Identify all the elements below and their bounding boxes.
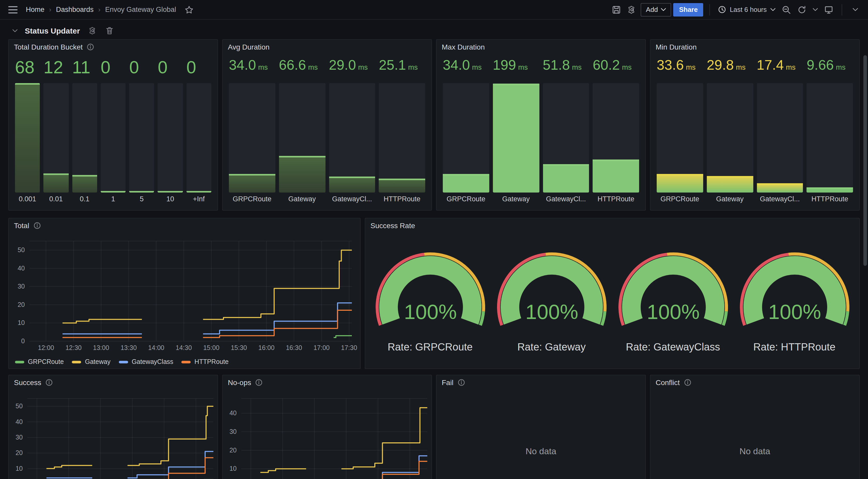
zoom-out-time-icon[interactable]: [780, 3, 793, 16]
tv-mode-icon[interactable]: [822, 3, 835, 16]
bucket-bar-gauge: 680.001120.01110.101050100+Inf: [15, 57, 211, 206]
info-icon[interactable]: [87, 43, 94, 50]
panel-max-duration: Max Duration 34.0msGRPCRoute199msGateway…: [436, 39, 646, 211]
panel-total: Total 12:0012:3013:0013:3014:0014:3015:0…: [8, 218, 361, 369]
bar-0.001: 680.001: [15, 57, 40, 206]
favorite-star-icon[interactable]: [182, 3, 196, 16]
bar-track: [15, 83, 40, 193]
gauge-label: Rate: GatewayClass: [626, 341, 720, 353]
min-bar-gauge: 33.6msGRPCRoute29.8msGateway17.4msGatewa…: [657, 57, 853, 206]
legend-item-Gateway[interactable]: Gateway: [72, 358, 111, 366]
bar-fill: [593, 160, 640, 193]
bar-value: 29.8ms: [707, 57, 753, 83]
bar-0.1: 110.1: [72, 57, 97, 206]
gauge-arc: 100%: [375, 250, 485, 329]
panel-noops: No-ops 12:0013:0014:0015:0016:0017:00102…: [222, 375, 432, 479]
add-button-label: Add: [646, 6, 658, 13]
bar-fill: [329, 177, 375, 193]
bar-track: [44, 83, 69, 193]
bar-fill: [158, 191, 183, 193]
bar-HTTPRoute: 25.1msHTTPRoute: [379, 57, 426, 206]
legend-item-GatewayClass[interactable]: GatewayClass: [119, 358, 173, 366]
svg-text:12:30: 12:30: [65, 344, 82, 351]
success-rate-gauges: 100%Rate: GRPCRoute100%Rate: Gateway100%…: [369, 233, 855, 369]
collapse-nav-chevron[interactable]: [848, 3, 862, 16]
row-collapse-chevron-icon[interactable]: [8, 24, 22, 37]
dashboard-settings-icon[interactable]: [625, 3, 639, 16]
top-nav: Home › Dashboards › Envoy Gateway Global…: [0, 0, 868, 20]
clock-icon: [718, 6, 726, 13]
panel-total-duration-bucket: Total Duration Bucket 680.001120.01110.1…: [8, 39, 218, 211]
svg-text:16:30: 16:30: [286, 344, 302, 351]
refresh-icon[interactable]: [795, 3, 809, 16]
bar-value: 0: [186, 57, 211, 83]
bar-fill: [72, 175, 97, 193]
svg-text:10: 10: [18, 319, 25, 326]
svg-text:40: 40: [229, 409, 237, 416]
breadcrumb-home[interactable]: Home: [26, 6, 44, 13]
bar-label: 0.1: [72, 193, 97, 206]
breadcrumb-dashboards[interactable]: Dashboards: [56, 6, 94, 13]
bar-HTTPRoute: 60.2msHTTPRoute: [593, 57, 640, 206]
svg-text:13:30: 13:30: [121, 344, 137, 351]
bar-Gateway: 29.8msGateway: [707, 57, 753, 206]
bar-fill: [707, 176, 753, 193]
legend-item-HTTPRoute[interactable]: HTTPRoute: [182, 358, 228, 366]
bar-fill: [44, 173, 69, 193]
svg-text:30: 30: [18, 283, 25, 290]
bar-GRPCRoute: 34.0msGRPCRoute: [443, 57, 489, 206]
add-button[interactable]: Add: [641, 3, 671, 16]
bar-1: 01: [101, 57, 126, 206]
chevron-down-icon: [770, 8, 776, 11]
svg-text:30: 30: [16, 434, 23, 441]
panel-title: Avg Duration: [228, 43, 270, 51]
svg-text:10: 10: [16, 465, 23, 472]
info-icon[interactable]: [684, 379, 691, 386]
info-icon[interactable]: [45, 379, 53, 386]
legend-swatch: [119, 361, 128, 363]
panel-title: Total: [14, 221, 29, 230]
info-icon[interactable]: [255, 379, 262, 386]
bar-label: GRPCRoute: [229, 193, 275, 206]
chart-legend: GRPCRouteGatewayGatewayClassHTTPRoute: [15, 358, 228, 366]
bar-value: 68: [15, 57, 40, 83]
bar-label: HTTPRoute: [593, 193, 640, 206]
svg-text:16:00: 16:00: [258, 344, 275, 351]
grafana-dashboard: Home › Dashboards › Envoy Gateway Global…: [0, 0, 868, 479]
bar-0.01: 120.01: [44, 57, 69, 206]
panel-title: Success: [14, 378, 41, 387]
bar-HTTPRoute: 9.66msHTTPRoute: [807, 57, 853, 206]
panel-avg-duration: Avg Duration 34.0msGRPCRoute66.6msGatewa…: [222, 39, 432, 211]
scrollbar-thumb[interactable]: [863, 55, 867, 266]
bar-track: [543, 83, 589, 193]
noops-timeseries-chart: 12:0013:0014:0015:0016:0017:0010203040: [223, 375, 431, 479]
bar-value: 25.1ms: [379, 57, 426, 83]
bar-value: 0: [101, 57, 126, 83]
hamburger-menu-icon[interactable]: [6, 3, 20, 16]
save-dashboard-icon[interactable]: [610, 3, 623, 16]
row-settings-gear-icon[interactable]: [86, 24, 99, 37]
time-range-picker[interactable]: Last 6 hours: [716, 3, 778, 16]
info-icon[interactable]: [33, 222, 40, 229]
legend-item-GRPCRoute[interactable]: GRPCRoute: [15, 358, 64, 366]
noops-chart-svg: 12:0013:0014:0015:0016:0017:0010203040: [223, 375, 431, 479]
row-title[interactable]: Status Updater: [25, 26, 80, 35]
bar-value: 29.0ms: [329, 57, 375, 83]
svg-text:14:00: 14:00: [148, 344, 164, 351]
bar-label: GatewayCl...: [757, 193, 803, 206]
bar-track: [757, 83, 803, 193]
bar-label: GRPCRoute: [657, 193, 703, 206]
panel-title: No-ops: [228, 378, 251, 387]
panel-title: Max Duration: [442, 43, 485, 51]
row-delete-trash-icon[interactable]: [102, 24, 116, 37]
info-icon[interactable]: [458, 379, 465, 386]
bar-value: 34.0ms: [443, 57, 489, 83]
bar-fill: [807, 187, 853, 193]
bar-track: [72, 83, 97, 193]
bar-value: 17.4ms: [757, 57, 803, 83]
bar-track: [807, 83, 853, 193]
panel-conflict: Conflict No data: [650, 375, 860, 479]
bar-GatewayCl...: 17.4msGatewayCl...: [757, 57, 803, 206]
refresh-interval-dropdown[interactable]: [811, 3, 820, 16]
share-button[interactable]: Share: [674, 3, 704, 16]
